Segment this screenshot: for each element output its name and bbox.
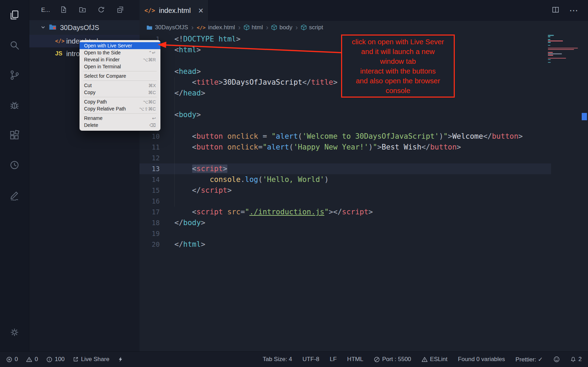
code-line-13[interactable]: 13 <script> [140,163,551,174]
status-port[interactable]: Port : 5500 [374,356,411,363]
menu-item-label: Cut [84,83,148,88]
code-line-12[interactable]: 12 [140,153,551,163]
tree-item-root-folder[interactable]: 30DaysOfJS [29,20,140,35]
breadcrumb-item-html[interactable]: html [244,24,263,31]
minimap-line [548,59,551,60]
menu-item-reveal-in-finder[interactable]: Reveal in Finder⌥⌘R [80,56,160,63]
run-debug-icon[interactable] [0,90,29,120]
status-label: Tab Size: 4 [263,356,292,363]
status-label: Port : 5500 [382,356,411,363]
line-number: 10 [140,131,160,142]
code-line-17[interactable]: 17 <script src="./introduction.js"></scr… [140,207,551,217]
tab-label: index.html [159,7,191,15]
code-line-11[interactable]: 11 <button onclick="alert('Happy New Yea… [140,142,551,153]
minimap-line [548,35,554,36]
menu-item-copy-relative-path[interactable]: Copy Relative Path⌥⇧⌘C [80,105,160,112]
menu-item-open-with-live-server[interactable]: Open with Live Server [80,42,160,49]
code-line-8[interactable]: 8<body> [140,109,551,120]
source-control-icon[interactable] [0,60,29,90]
status-encoding[interactable]: UTF-8 [302,356,319,363]
status-info-count[interactable]: 100 [46,356,65,363]
status-warnings[interactable]: 0 [26,356,38,363]
breadcrumb-item-index-html[interactable]: </>index.html [197,24,235,31]
js-file-icon: JS [55,50,66,57]
status-tab-size[interactable]: Tab Size: 4 [263,356,292,363]
code-text: </head> [174,88,205,99]
slash-icon [374,357,380,362]
status-label: LF [330,356,337,363]
menu-separator [83,81,157,81]
folder-icon [146,25,152,30]
menu-item-label: Open to the Side [84,50,148,55]
status-lightning[interactable] [118,356,123,362]
code-line-14[interactable]: 14 console.log('Hello, World') [140,174,551,185]
menu-item-open-in-terminal[interactable]: Open in Terminal [80,63,160,70]
menu-item-open-to-the-side[interactable]: Open to the Side⌃↵ [80,49,160,56]
breadcrumb-label: 30DaysOfJS [155,24,188,31]
refresh-icon[interactable] [98,6,105,15]
status-language-mode[interactable]: HTML [347,356,363,363]
line-number: 13 [140,163,160,174]
code-text: <script src="./introduction.js"></script… [174,207,373,217]
status-prettier[interactable]: Prettier: ✓ [515,356,543,363]
tab-index-html[interactable]: </> index.html × [140,0,209,21]
menu-item-rename[interactable]: Rename↩ [80,115,160,122]
menu-item-select-for-compare[interactable]: Select for Compare [80,72,160,79]
status-feedback-smiley[interactable] [553,356,560,362]
extensions-icon[interactable] [0,120,29,150]
menu-item-copy[interactable]: Copy⌘C [80,89,160,96]
status-eol[interactable]: LF [330,356,337,363]
breadcrumb-item-30daysofjs[interactable]: 30DaysOfJS [146,24,188,31]
code-line-18[interactable]: 18</body> [140,217,551,228]
new-file-icon[interactable] [60,6,67,15]
breadcrumb-label: index.html [208,24,235,31]
new-folder-icon[interactable] [79,6,86,15]
breadcrumb-label: body [279,24,292,31]
line-number: 15 [140,185,160,196]
explorer-icon[interactable] [0,0,29,30]
code-line-20[interactable]: 20</html> [140,239,551,250]
menu-item-label: Open with Live Server [84,43,156,48]
split-editor-icon[interactable] [552,6,559,15]
more-actions-icon[interactable]: ⋯ [569,5,579,16]
code-line-16[interactable]: 16 [140,196,551,207]
status-label: ESLint [430,356,447,363]
status-notifications-bell[interactable]: 2 [570,356,582,363]
settings-gear-icon[interactable] [0,317,29,347]
code-line-10[interactable]: 10 <button onclick = "alert('Welcome to … [140,131,551,142]
html-icon: </> [197,25,205,30]
annotation-line: click on open with Live Sever [352,37,444,47]
code-text: <title>30DaysOfJavaScript</title> [174,77,338,88]
menu-item-copy-path[interactable]: Copy Path⌥⌘C [80,98,160,105]
code-line-19[interactable]: 19 [140,228,551,239]
minimap-line [548,40,563,41]
breadcrumb-separator: › [191,23,194,31]
history-icon[interactable] [0,150,29,180]
minimap[interactable] [548,35,580,63]
status-live-share[interactable]: Live Share [73,356,109,363]
context-menu: Open with Live ServerOpen to the Side⌃↵R… [80,40,160,131]
minimap-line [548,36,550,37]
status-label: 2 [579,356,582,363]
breadcrumb-label: script [309,24,323,31]
code-line-7[interactable]: 7 [140,99,551,109]
annotation-line: interact with the buttons [360,66,436,76]
search-icon[interactable] [0,30,29,60]
menu-item-cut[interactable]: Cut⌘X [80,82,160,89]
menu-separator [83,97,157,97]
collapse-all-icon[interactable] [116,6,124,15]
status-errors[interactable]: 0 [6,356,18,363]
menu-item-label: Copy Relative Path [84,106,139,112]
menu-item-shortcut: ⌥⌘R [143,57,156,62]
edit-pen-icon[interactable] [0,180,29,210]
menu-item-delete[interactable]: Delete⌫ [80,122,160,129]
symbol-icon [271,24,277,30]
breadcrumb-item-script[interactable]: script [301,24,323,31]
code-line-9[interactable]: 9 [140,120,551,131]
breadcrumb-item-body[interactable]: body [271,24,292,31]
close-tab-icon[interactable]: × [198,6,203,15]
code-line-15[interactable]: 15 </script> [140,185,551,196]
status-eslint[interactable]: ESLint [422,356,447,363]
status-variables[interactable]: Found 0 variables [458,356,505,363]
code-text: <body> [174,109,201,120]
